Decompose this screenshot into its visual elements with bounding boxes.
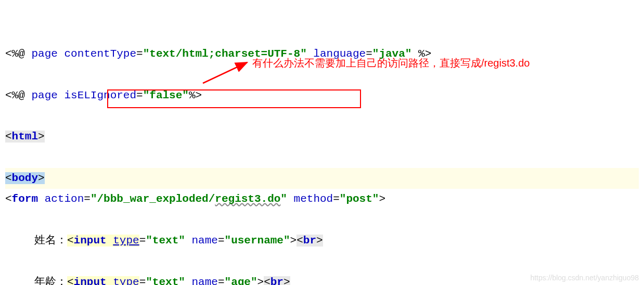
tag-br: br: [271, 276, 284, 285]
label-age: 年龄：: [34, 276, 67, 285]
tag-form: form: [12, 193, 38, 205]
tag-input: input: [74, 235, 107, 247]
tag-open: <: [5, 131, 12, 142]
attr-action: action: [45, 193, 84, 205]
val-name: "age": [225, 276, 257, 285]
val-quote: ": [280, 193, 287, 205]
tag-close: >: [379, 193, 385, 205]
annotation-text: 有什么办法不需要加上自己的访问路径，直接写成/regist3.do: [252, 56, 530, 70]
attr-type: type: [113, 276, 139, 285]
val-quote: ": [91, 193, 97, 205]
tag-close: >: [284, 276, 290, 285]
code-line-2[interactable]: <%@ page isELIgnored="false"%>: [5, 85, 639, 106]
jsp-open: <%@: [5, 89, 25, 101]
tag-open: <: [297, 235, 303, 247]
attr-iselignored: isELIgnored: [64, 89, 136, 101]
val-type: "text": [146, 276, 185, 285]
code-line-5[interactable]: <form action="/bbb_war_exploded/regist3.…: [5, 189, 639, 210]
val-action-path: /bbb_war_exploded/: [97, 193, 215, 205]
attr-type: type: [113, 235, 139, 247]
val-method: "post": [340, 193, 379, 205]
attr-name: name: [192, 276, 218, 285]
tag-open: <: [5, 172, 12, 184]
val-name: "username": [225, 235, 290, 247]
page-keyword: page: [31, 89, 57, 101]
jsp-close: %>: [189, 89, 202, 101]
code-line-6[interactable]: 姓名：<input type="text" name="username"><b…: [5, 230, 639, 251]
val-iselignored: "false": [143, 89, 189, 101]
attr-method: method: [294, 193, 333, 205]
code-line-4[interactable]: <body>: [5, 168, 639, 189]
tag-open: <: [5, 193, 12, 205]
label-name: 姓名：: [34, 235, 67, 247]
tag-html: html: [12, 131, 38, 142]
val-type: "text": [146, 235, 185, 247]
tag-close: >: [290, 235, 297, 247]
tag-body: body: [12, 172, 38, 184]
tag-close: >: [38, 172, 45, 184]
tag-close: >: [257, 276, 264, 285]
code-line-3[interactable]: <html>: [5, 126, 639, 147]
tag-br: br: [303, 235, 316, 247]
tag-input: input: [74, 276, 107, 285]
tag-open: <: [264, 276, 271, 285]
tag-open: <: [67, 276, 74, 285]
tag-open: <: [67, 235, 74, 247]
val-action-file: regist3.do: [215, 193, 280, 205]
tag-close: >: [316, 235, 323, 247]
jsp-open: <%@: [5, 48, 25, 60]
attr-name: name: [192, 235, 218, 247]
attr-contenttype: contentType: [64, 48, 136, 60]
watermark: https://blog.csdn.net/yanzhiguo98: [530, 274, 639, 282]
page-keyword: page: [31, 48, 57, 60]
code-editor[interactable]: <%@ page contentType="text/html;charset=…: [0, 0, 644, 285]
tag-close: >: [38, 131, 45, 142]
